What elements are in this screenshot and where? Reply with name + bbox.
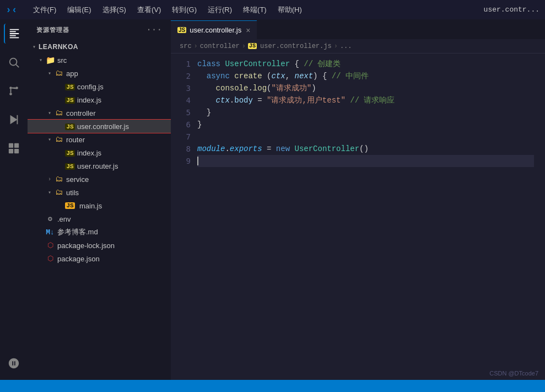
line-num-9: 9: [171, 155, 191, 167]
line-num-2: 2: [171, 70, 191, 82]
user-controller-js-icon: JS: [65, 122, 75, 131]
code-line-6: }: [197, 119, 534, 131]
tree-item-user-router-js[interactable]: ▾ JS user.router.js: [28, 159, 171, 173]
code-line-4: ctx.body = "请求成功,用户test" // 请求响应: [197, 94, 534, 106]
line-num-1: 1: [171, 58, 191, 70]
tree-item-utils[interactable]: ▾ 🗂 utils: [28, 186, 171, 199]
env-icon: ⚙: [45, 214, 55, 223]
tree-label-service: service: [66, 175, 89, 184]
app-folder-icon: 🗂: [54, 69, 64, 78]
svg-rect-8: [14, 143, 19, 148]
line-num-5: 5: [171, 106, 191, 119]
tree-item-user-controller-js[interactable]: ▾ JS user.controller.js: [28, 120, 171, 133]
code-line-1: class UserController { // 创建类: [197, 58, 534, 70]
code-line-8: module.exports = new UserController(): [197, 143, 534, 155]
tree-item-env[interactable]: ▾ ⚙ .env: [28, 212, 171, 225]
tree-item-package-lock[interactable]: ▾ ⬡ package-lock.json: [28, 239, 171, 252]
tab-close-button[interactable]: ×: [246, 26, 250, 35]
user-router-js-icon: JS: [65, 162, 75, 170]
code-content[interactable]: class UserController { // 创建类 async crea…: [197, 58, 545, 380]
breadcrumb-src: src: [180, 42, 192, 50]
index-js-app-icon: JS: [65, 96, 75, 104]
tree-label-learnkoa: LEARNKOA: [39, 43, 78, 51]
tree-item-main-js[interactable]: ▾ JS main.js: [28, 199, 171, 212]
line-num-4: 4: [171, 94, 191, 106]
sidebar-header: 资源管理器 ···: [28, 19, 171, 40]
svg-point-0: [10, 58, 17, 66]
tree-label-index-js-router: index.js: [77, 149, 101, 157]
editor-area: JS user.controller.js × src › controller…: [171, 19, 545, 380]
expand-arrow-controller: ▾: [45, 110, 54, 116]
tree-item-package-json[interactable]: ▾ ⬡ package.json: [28, 252, 171, 265]
package-lock-icon: ⬡: [45, 241, 55, 250]
breadcrumb: src › controller › JS user.controller.js…: [171, 39, 545, 53]
md-icon: M↓: [45, 228, 55, 237]
code-editor[interactable]: 1 2 3 4 5 6 7 8 9 class UserController {…: [171, 53, 545, 380]
svg-point-2: [9, 87, 12, 89]
line-num-3: 3: [171, 82, 191, 94]
line-num-6: 6: [171, 119, 191, 131]
tree-item-router[interactable]: ▾ 🗂 router: [28, 133, 171, 146]
expand-arrow-service: ›: [45, 176, 54, 182]
breadcrumb-controller: controller: [200, 42, 240, 50]
router-folder-icon: 🗂: [54, 135, 64, 144]
tab-bar: JS user.controller.js ×: [171, 19, 545, 39]
svg-line-1: [16, 65, 19, 67]
src-folder-icon: 📁: [45, 56, 55, 65]
menu-help[interactable]: 帮助(H): [273, 4, 306, 16]
tree-label-cankaoboke: 参考博客.md: [57, 227, 98, 237]
code-line-9: [197, 155, 534, 167]
tree-item-app[interactable]: ▾ 🗂 app: [28, 67, 171, 80]
tree-label-config-js: config.js: [77, 83, 104, 91]
tree-item-config-js[interactable]: ▾ JS config.js: [28, 80, 171, 93]
activity-run[interactable]: [4, 110, 24, 130]
tree-item-index-js-router[interactable]: ▾ JS index.js: [28, 146, 171, 159]
breadcrumb-sep-1: ›: [194, 42, 198, 50]
line-num-7: 7: [171, 131, 191, 143]
title-text: user.contr...: [484, 6, 539, 14]
service-folder-icon: 🗂: [54, 175, 64, 184]
tab-label: user.controller.js: [190, 26, 241, 34]
tree-label-index-js-app: index.js: [77, 96, 101, 104]
activity-search[interactable]: [4, 52, 24, 72]
tree-label-env: .env: [57, 215, 71, 223]
tree-item-learnkoa[interactable]: ▾ LEARNKOA: [28, 40, 171, 53]
code-line-3: console.log("请求成功"): [197, 82, 534, 94]
activity-explorer[interactable]: [4, 24, 24, 44]
tree-label-main-js: main.js: [79, 202, 102, 210]
activity-git[interactable]: [4, 81, 24, 101]
tree-label-controller: controller: [66, 109, 95, 117]
sidebar-more-button[interactable]: ···: [146, 25, 162, 35]
menu-bar: 文件(F) 编辑(E) 选择(S) 查看(V) 转到(G) 运行(R) 终端(T…: [29, 4, 306, 16]
tree-label-user-router-js: user.router.js: [77, 162, 118, 170]
menu-terminal[interactable]: 终端(T): [239, 4, 271, 16]
tab-user-controller[interactable]: JS user.controller.js ×: [171, 20, 257, 39]
tree-item-src[interactable]: ▾ 📁 src: [28, 53, 171, 67]
menu-goto[interactable]: 转到(G): [168, 4, 201, 16]
svg-marker-5: [10, 115, 18, 125]
menu-select[interactable]: 选择(S): [98, 4, 131, 16]
tree-item-service[interactable]: › 🗂 service: [28, 173, 171, 186]
sidebar-title: 资源管理器: [36, 26, 69, 34]
svg-rect-9: [9, 149, 13, 153]
breadcrumb-ellipsis: ...: [340, 42, 352, 50]
breadcrumb-sep-3: ›: [334, 42, 338, 50]
tree-label-package-lock: package-lock.json: [57, 241, 115, 250]
expand-arrow-learnkoa: ▾: [30, 44, 39, 50]
menu-view[interactable]: 查看(V): [133, 4, 165, 16]
tree-label-router: router: [66, 136, 85, 144]
activity-extensions[interactable]: [4, 138, 24, 158]
line-numbers: 1 2 3 4 5 6 7 8 9: [171, 58, 197, 380]
menu-edit[interactable]: 编辑(E): [63, 4, 95, 16]
svg-point-4: [9, 93, 12, 95]
activity-remote[interactable]: [4, 353, 24, 373]
expand-arrow-app: ▾: [45, 70, 54, 77]
menu-file[interactable]: 文件(F): [29, 4, 61, 16]
tree-item-index-js-app[interactable]: ▾ JS index.js: [28, 93, 171, 106]
status-bar: [0, 380, 545, 392]
tree-label-user-controller-js: user.controller.js: [77, 122, 129, 131]
tree-item-cankaoboke[interactable]: ▾ M↓ 参考博客.md: [28, 225, 171, 239]
tree-item-controller[interactable]: ▾ 🗂 controller: [28, 106, 171, 120]
menu-run[interactable]: 运行(R): [203, 4, 236, 16]
tab-js-icon: JS: [177, 27, 186, 33]
